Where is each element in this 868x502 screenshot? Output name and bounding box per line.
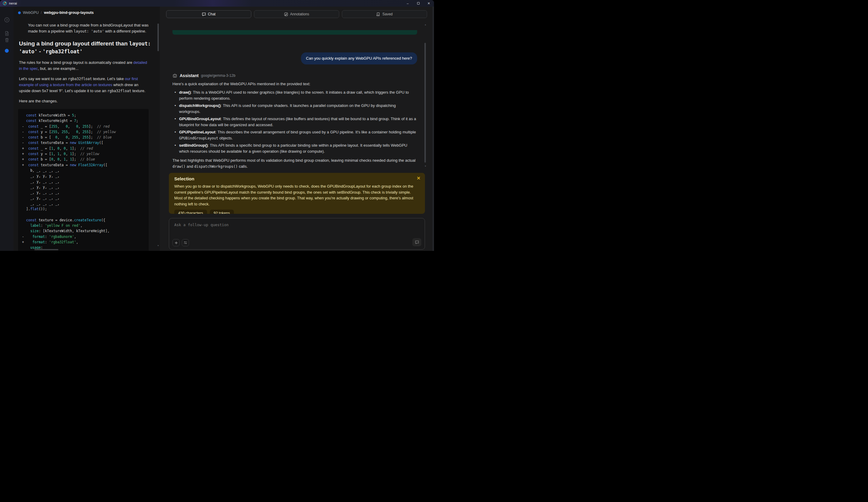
code-line: + const y = [1, 1, 0, 1]; // yellow <box>22 151 146 156</box>
text-segment: GPUPipelineLayout <box>179 130 216 134</box>
assistant-bullet: GPUPipelineLayout: This describes the ov… <box>173 129 417 141</box>
code-line: _, y, _, _, _, <box>22 195 146 201</box>
maximize-button[interactable] <box>413 0 423 7</box>
tab-annotations-label: Annotations <box>290 12 309 16</box>
breadcrumb-page[interactable]: webgpu-bind-group-layouts <box>44 11 94 15</box>
code-line: label: 'yellow F on red', <box>22 223 146 228</box>
text-segment: The text highlights that WebGPU performs… <box>173 158 416 163</box>
book-icon <box>376 12 380 16</box>
doc-horizontal-scrollbar-thumb[interactable] <box>34 249 59 250</box>
code-line: - format: 'rgba8unorm', <box>22 234 146 239</box>
assistant-intro: Here's a quick explanation of the WebGPU… <box>173 81 417 87</box>
text-segment: layout: 'auto' <box>74 29 104 33</box>
breadcrumb-project[interactable]: WebGPU <box>23 11 39 15</box>
window-edge-gutter <box>433 7 434 251</box>
code-line: _, y, _, _, _, <box>22 179 146 184</box>
titlebar: nerai – ✕ <box>0 0 434 7</box>
close-button[interactable]: ✕ <box>423 0 434 7</box>
chat-bubble-icon <box>202 12 206 16</box>
tab-saved-label: Saved <box>382 12 392 16</box>
text-segment: rgba32float <box>107 89 131 93</box>
doc-scrollbar-thumb[interactable] <box>157 23 159 51</box>
send-button[interactable] <box>412 238 421 246</box>
text-segment: draw() <box>179 90 191 94</box>
code-line: _, _, _, _, _, <box>22 201 146 206</box>
text-segment: : This is a WebGPU API used to render gr… <box>179 90 409 101</box>
code-line: GPUTextureUsage.TEXTURE_BINDING | <box>22 250 146 251</box>
code-block: const kTextureWidth = 5; const kTextureH… <box>18 109 149 251</box>
breadcrumb-separator: / <box>41 11 42 15</box>
composer-placeholder[interactable]: Ask a follow-up question <box>174 223 229 227</box>
sliders-icon <box>184 241 187 245</box>
text-segment: rgba32float <box>68 77 92 81</box>
selection-card: Selection ✕ When you go to draw or to di… <box>169 173 425 214</box>
text-segment: Here are the changes. <box>19 99 58 103</box>
text-segment: calls. <box>238 164 248 168</box>
selection-title: Selection <box>174 176 420 181</box>
chat-bubble-icon <box>415 240 419 244</box>
text-segment: and <box>185 164 194 168</box>
text-segment: : This describes the overall arrangement… <box>216 130 416 134</box>
trash-icon[interactable] <box>0 38 13 42</box>
selection-body: When you go to draw or to dispatchWorkgr… <box>174 183 420 207</box>
code-line: _, y, y, y, _, <box>22 173 146 178</box>
doc-paragraph-rules: The rules for how a bind group layout is… <box>19 60 151 72</box>
chat-panel: Chat Annotations Saved Can you quickly e… <box>160 7 434 251</box>
app-window: nerai – ✕ WebGPU <box>0 0 434 251</box>
assistant-outro: The text highlights that WebGPU performs… <box>173 157 417 170</box>
text-segment: texture. Let's take <box>92 76 125 81</box>
code-line: + const textureData = new Float32Array([ <box>22 162 146 168</box>
text-segment: Let's say we want to use an <box>19 76 68 81</box>
code-line: + const _ = [1, 0, 0, 1]; // red <box>22 146 146 151</box>
document-panel: WebGPU / webgpu-bind-group-layouts You c… <box>13 7 160 251</box>
code-line: + const b = [0, 0, 1, 1]; // blue <box>22 156 146 162</box>
code-line: const kTextureHeight = 7; <box>22 118 146 123</box>
text-segment: dispatchWorkgroups() <box>179 103 220 108</box>
code-line: - const y = [255, 255, 0, 255]; // yello… <box>22 129 146 135</box>
active-page-indicator[interactable] <box>0 49 13 53</box>
assistant-bullet: GPUBindGroupLayout: This defines the lay… <box>173 116 417 128</box>
text-segment: with a different pipeline. <box>104 29 146 33</box>
text-segment: The rules for how a bind group layout is… <box>19 60 133 65</box>
assistant-name: Assistant <box>180 73 199 78</box>
close-icon[interactable]: ✕ <box>416 176 421 181</box>
tab-chat[interactable]: Chat <box>166 10 251 18</box>
text-segment: Here's a quick explanation of the WebGPU… <box>173 82 310 86</box>
tab-saved[interactable]: Saved <box>342 10 427 18</box>
breadcrumb: WebGPU / webgpu-bind-group-layouts <box>13 7 160 15</box>
document-icon[interactable] <box>0 31 13 36</box>
doc-paragraph-example: Let's say we want to use an rgba32float … <box>19 76 151 94</box>
composer[interactable]: Ask a follow-up question <box>169 218 425 250</box>
message-scroll-area: Can you quickly explain any WebGPU APIs … <box>173 27 417 177</box>
document-content: You can not use a bind group made from a… <box>13 15 158 251</box>
chat-scrollbar-down-arrow[interactable]: ▼ <box>424 165 426 167</box>
previous-selection-remnant <box>173 30 417 35</box>
code-line <box>22 212 146 217</box>
settings-button[interactable] <box>182 239 189 246</box>
selection-badge: 430 characters <box>174 209 207 214</box>
code-line: const kTextureWidth = 5; <box>22 113 146 118</box>
nerai-logo-icon <box>3 1 7 6</box>
robot-icon <box>173 73 177 78</box>
text-segment: objects. <box>218 136 232 140</box>
text-segment: Using a bind group layout different than <box>19 40 129 47</box>
text-segment: - <box>37 48 42 54</box>
composer-tools <box>173 239 189 246</box>
doc-scrollbar-down-arrow[interactable]: ▼ <box>157 245 159 247</box>
text-segment: 'rgba32float' <box>42 49 82 54</box>
code-line: size: [kTextureWidth, kTextureHeight], <box>22 228 146 234</box>
tab-annotations[interactable]: Annotations <box>254 10 339 18</box>
chevron-right-circle-icon[interactable] <box>0 17 13 23</box>
code-line: + format: 'rgba32float', <box>22 239 146 245</box>
attach-button[interactable] <box>173 239 180 246</box>
selection-badges: 430 characters92 tokens <box>174 209 420 214</box>
minimize-button[interactable]: – <box>402 0 413 7</box>
text-segment: draw() <box>173 164 185 168</box>
left-rail <box>0 7 13 251</box>
chat-scrollbar-thumb[interactable] <box>424 43 426 163</box>
doc-paragraph-changes: Here are the changes. <box>19 98 151 104</box>
text-segment: GPUBindGroupLayout <box>179 136 218 140</box>
text-segment: texture. <box>131 89 145 93</box>
chat-scrollbar-up-arrow[interactable]: ▲ <box>424 23 426 25</box>
plus-icon <box>175 241 178 245</box>
